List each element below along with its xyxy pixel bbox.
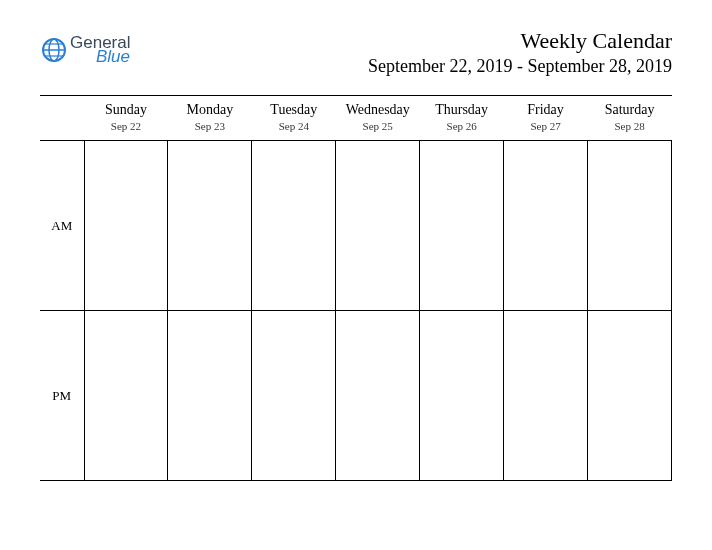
calendar-cell[interactable] [84, 311, 168, 481]
calendar-cell[interactable] [336, 311, 420, 481]
day-date: Sep 24 [254, 120, 334, 132]
day-name: Saturday [590, 102, 670, 118]
day-header: Friday Sep 27 [504, 96, 588, 141]
calendar-cell[interactable] [588, 311, 672, 481]
day-header: Tuesday Sep 24 [252, 96, 336, 141]
page-title: Weekly Calendar [368, 28, 672, 54]
calendar-cell[interactable] [84, 141, 168, 311]
calendar-cell[interactable] [168, 141, 252, 311]
calendar-cell[interactable] [252, 141, 336, 311]
day-header: Saturday Sep 28 [588, 96, 672, 141]
globe-icon [40, 36, 68, 64]
day-header: Monday Sep 23 [168, 96, 252, 141]
am-row: AM [40, 141, 672, 311]
calendar-cell[interactable] [336, 141, 420, 311]
day-date: Sep 25 [338, 120, 418, 132]
date-range: September 22, 2019 - September 28, 2019 [368, 56, 672, 77]
day-date: Sep 23 [170, 120, 250, 132]
header-row: Sunday Sep 22 Monday Sep 23 Tuesday Sep … [40, 96, 672, 141]
day-name: Sunday [86, 102, 166, 118]
day-name: Tuesday [254, 102, 334, 118]
logo-word-blue: Blue [96, 48, 130, 65]
day-name: Friday [506, 102, 586, 118]
header: General Blue Weekly Calendar September 2… [40, 28, 672, 77]
day-name: Thursday [422, 102, 502, 118]
time-label-am: AM [40, 141, 84, 311]
day-date: Sep 27 [506, 120, 586, 132]
day-header: Thursday Sep 26 [420, 96, 504, 141]
weekly-calendar-table: Sunday Sep 22 Monday Sep 23 Tuesday Sep … [40, 95, 672, 481]
calendar-cell[interactable] [252, 311, 336, 481]
day-date: Sep 22 [86, 120, 166, 132]
time-label-pm: PM [40, 311, 84, 481]
calendar-cell[interactable] [588, 141, 672, 311]
calendar-cell[interactable] [168, 311, 252, 481]
day-date: Sep 28 [590, 120, 670, 132]
day-header: Wednesday Sep 25 [336, 96, 420, 141]
day-date: Sep 26 [422, 120, 502, 132]
calendar-cell[interactable] [420, 311, 504, 481]
calendar-cell[interactable] [504, 311, 588, 481]
time-col-header [40, 96, 84, 141]
day-name: Wednesday [338, 102, 418, 118]
calendar-cell[interactable] [420, 141, 504, 311]
logo: General Blue [40, 34, 130, 65]
calendar-cell[interactable] [504, 141, 588, 311]
day-name: Monday [170, 102, 250, 118]
day-header: Sunday Sep 22 [84, 96, 168, 141]
pm-row: PM [40, 311, 672, 481]
logo-text: General Blue [70, 34, 130, 65]
title-block: Weekly Calendar September 22, 2019 - Sep… [368, 28, 672, 77]
